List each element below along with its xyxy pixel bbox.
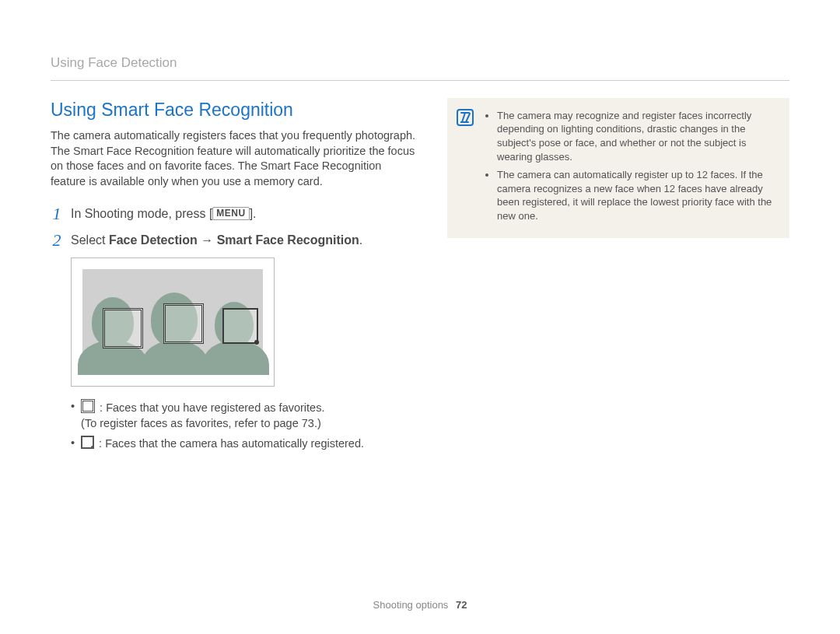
step1-prefix: In Shooting mode, press [ [71,207,212,220]
divider [51,80,789,81]
step-number: 2 [51,231,63,250]
note-icon [457,109,474,126]
step1-suffix: ]. [250,207,257,220]
step2-suffix: . [359,233,362,247]
favorite-face-box-icon [103,308,143,349]
step-1: 1 In Shooting mode, press [MENU]. [51,205,416,223]
illustration-frame [71,257,275,387]
step2-strong1: Face Detection [109,233,198,247]
step2-arrow: → [198,233,217,247]
legend-fav-text: : Faces that you have registered as favo… [96,401,324,414]
menu-button-icon: MENU [212,207,249,220]
bullet-icon: • [71,436,75,452]
right-column: The camera may recognize and register fa… [447,98,789,238]
favorite-face-box-icon [163,303,204,344]
step-text: In Shooting mode, press [MENU]. [71,205,257,223]
auto-face-box-icon [222,308,258,344]
section-title: Using Smart Face Recognition [51,98,416,122]
legend-fav-sub: (To register faces as favorites, refer t… [81,417,321,429]
step-2: 2 Select Face Detection → Smart Face Rec… [51,231,416,250]
step2-prefix: Select [71,233,109,247]
legend: • : Faces that you have registered as fa… [71,399,416,452]
legend-auto-text: : Faces that the camera has automaticall… [96,437,364,450]
manual-page: Using Face Detection Using Smart Face Re… [0,0,840,634]
step-text: Select Face Detection → Smart Face Recog… [71,231,362,250]
breadcrumb: Using Face Detection [51,54,789,72]
note-item: The camera can automatically register up… [497,168,777,222]
two-column-layout: Using Smart Face Recognition The camera … [51,98,789,457]
intro-paragraph: The camera automatically registers faces… [51,128,416,189]
step-number: 1 [51,205,63,223]
note-item: The camera may recognize and register fa… [497,109,777,163]
legend-row-favorite: • : Faces that you have registered as fa… [71,399,416,431]
bullet-icon: • [71,399,75,431]
legend-row-auto: • : Faces that the camera has automatica… [71,436,416,452]
left-column: Using Smart Face Recognition The camera … [51,98,416,457]
footer-section: Shooting options [373,599,449,611]
note-list: The camera may recognize and register fa… [486,109,777,222]
page-number: 72 [456,599,467,611]
step2-strong2: Smart Face Recognition [217,233,359,247]
page-footer: Shooting options 72 [0,598,840,612]
note-box: The camera may recognize and register fa… [447,98,789,238]
favorite-box-icon [81,399,95,413]
auto-box-icon [81,436,94,449]
illustration [82,269,263,375]
